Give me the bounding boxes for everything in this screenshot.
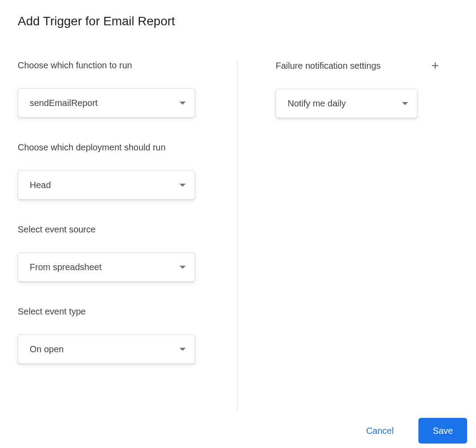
add-notification-button[interactable] <box>430 60 441 71</box>
cancel-button[interactable]: Cancel <box>359 420 401 441</box>
function-label: Choose which function to run <box>18 60 215 71</box>
plus-icon <box>430 60 441 71</box>
event-type-select[interactable]: On open <box>18 334 195 364</box>
chevron-down-icon <box>179 348 186 351</box>
save-button[interactable]: Save <box>418 418 467 444</box>
page-title: Add Trigger for Email Report <box>18 14 458 28</box>
event-source-field-group: Select event source From spreadsheet <box>18 224 215 282</box>
chevron-down-icon <box>402 102 408 105</box>
chevron-down-icon <box>179 266 186 269</box>
deployment-select[interactable]: Head <box>18 170 195 200</box>
deployment-select-value: Head <box>30 180 51 190</box>
event-type-select-value: On open <box>30 344 64 354</box>
failure-notification-select-value: Notify me daily <box>288 98 346 109</box>
event-source-select[interactable]: From spreadsheet <box>18 252 195 282</box>
deployment-label: Choose which deployment should run <box>18 142 215 153</box>
event-source-label: Select event source <box>18 224 215 235</box>
function-select-value: sendEmailReport <box>30 98 98 108</box>
event-type-label: Select event type <box>18 307 215 317</box>
event-type-field-group: Select event type On open <box>18 307 215 364</box>
dialog-footer: Cancel Save <box>359 418 467 444</box>
failure-notification-select[interactable]: Notify me daily <box>276 89 417 118</box>
function-select[interactable]: sendEmailReport <box>18 88 195 118</box>
left-column: Choose which function to run sendEmailRe… <box>18 60 237 411</box>
chevron-down-icon <box>179 184 186 187</box>
event-source-select-value: From spreadsheet <box>30 262 101 272</box>
function-field-group: Choose which function to run sendEmailRe… <box>18 60 215 118</box>
right-column: Failure notification settings Notify me … <box>238 60 458 411</box>
failure-notification-label: Failure notification settings <box>276 61 381 71</box>
chevron-down-icon <box>179 102 186 105</box>
deployment-field-group: Choose which deployment should run Head <box>18 142 215 200</box>
